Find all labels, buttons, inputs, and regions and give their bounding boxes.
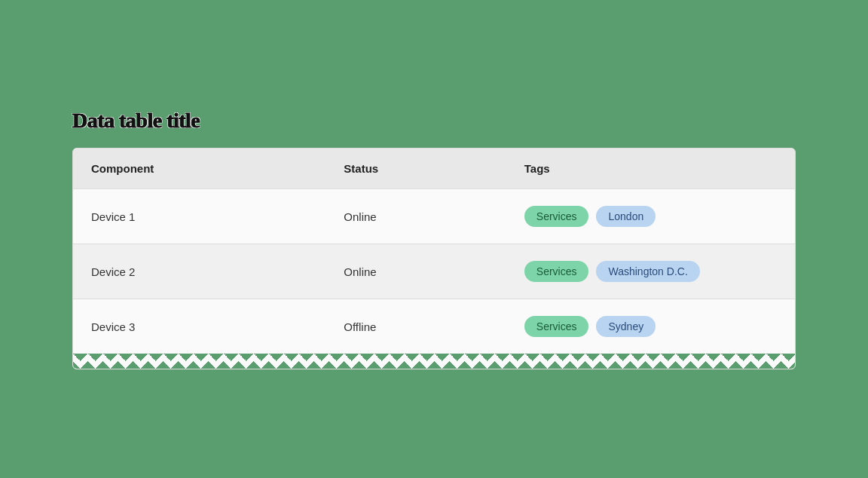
column-header-component: Component [73, 149, 326, 189]
table-wrapper: Component Status Tags Device 1OnlineServ… [72, 148, 796, 369]
table-title: Data table title [72, 109, 796, 133]
table-row: Device 3OfflineServicesSydney [73, 299, 795, 354]
data-table: Component Status Tags Device 1OnlineServ… [73, 149, 795, 354]
cell-tags: ServicesSydney [506, 299, 795, 354]
tag-green: Services [524, 316, 589, 337]
main-container: Data table title Component Status Tags D… [72, 109, 796, 369]
tags-container: ServicesSydney [524, 316, 777, 337]
cell-component: Device 1 [73, 189, 326, 244]
column-header-status: Status [326, 149, 506, 189]
cell-status: Online [326, 189, 506, 244]
tag-blue: London [596, 206, 656, 227]
table-row: Device 2OnlineServicesWashington D.C. [73, 244, 795, 299]
cell-tags: ServicesWashington D.C. [506, 244, 795, 299]
table-header-row: Component Status Tags [73, 149, 795, 189]
tag-green: Services [524, 206, 589, 227]
cell-component: Device 3 [73, 299, 326, 354]
tag-green: Services [524, 261, 589, 282]
zigzag-decoration [73, 354, 795, 369]
table-row: Device 1OnlineServicesLondon [73, 189, 795, 244]
cell-tags: ServicesLondon [506, 189, 795, 244]
tag-blue: Sydney [596, 316, 656, 337]
cell-status: Offline [326, 299, 506, 354]
cell-status: Online [326, 244, 506, 299]
tag-blue: Washington D.C. [596, 261, 699, 282]
tags-container: ServicesWashington D.C. [524, 261, 777, 282]
cell-component: Device 2 [73, 244, 326, 299]
tags-container: ServicesLondon [524, 206, 777, 227]
column-header-tags: Tags [506, 149, 795, 189]
